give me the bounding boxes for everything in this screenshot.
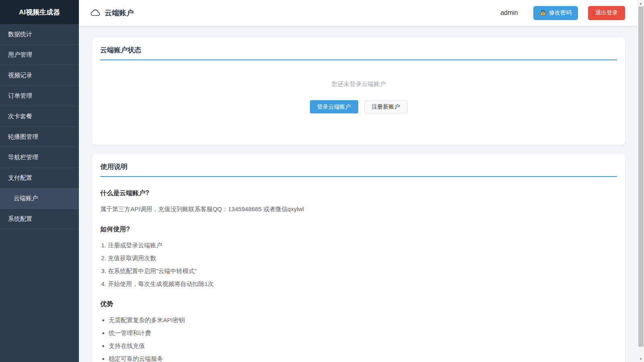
- usage-instructions-card: 使用说明 什么是云端账户? 属于第三方API调用，充值没到账联系客服QQ：134…: [92, 154, 625, 362]
- sidebar: AI视频生成器 数据统计 用户管理 视频记录 订单管理 次卡套餐 轮播图管理 导…: [0, 0, 79, 362]
- page-title: 云端账户: [105, 8, 134, 18]
- scrollbar-thumb[interactable]: [638, 6, 644, 347]
- status-card-title: 云端账户状态: [100, 45, 617, 60]
- page-title-wrap: 云端账户: [90, 8, 134, 18]
- sidebar-item-payment-config[interactable]: 支付配置: [0, 168, 79, 188]
- username-label: admin: [500, 9, 518, 16]
- logout-label: 退出登录: [595, 9, 618, 16]
- sidebar-item-video-records[interactable]: 视频记录: [0, 65, 79, 86]
- step-item: 开始使用，每次生成视频将自动扣除1次: [108, 280, 617, 288]
- advantages-list: 无需配置复杂的多米API密钥 统一管理和计费 支持在线充值 稳定可靠的云端服务: [109, 317, 617, 362]
- sidebar-item-system-config[interactable]: 系统配置: [0, 209, 79, 229]
- how-to-use-steps: 注册或登录云端账户 充值获取调用次数 在系统配置中启用"云端中转模式" 开始使用…: [108, 242, 617, 288]
- sidebar-item-label: 数据统计: [8, 31, 32, 38]
- sidebar-item-label: 视频记录: [8, 72, 32, 79]
- top-header: 云端账户 admin 修改密码 退出登录: [79, 0, 638, 26]
- login-cloud-account-button[interactable]: 登录云端账户: [310, 100, 358, 113]
- advantage-item: 统一管理和计费: [109, 329, 617, 337]
- sidebar-item-data-stats[interactable]: 数据统计: [0, 24, 79, 45]
- not-logged-in-message: 您还未登录云端账户: [100, 80, 617, 88]
- header-actions: admin 修改密码 退出登录: [500, 6, 625, 20]
- scrollbar-down-arrow[interactable]: ▼: [638, 356, 644, 362]
- status-card-body: 您还未登录云端账户 登录云端账户 注册新账户: [100, 60, 617, 137]
- logout-button[interactable]: 退出登录: [588, 6, 625, 20]
- sidebar-item-label: 用户管理: [8, 51, 32, 59]
- sidebar-item-label: 支付配置: [8, 174, 32, 182]
- app-logo: AI视频生成器: [0, 0, 79, 24]
- advantage-item: 无需配置复杂的多米API密钥: [109, 317, 617, 324]
- sidebar-item-cloud-account[interactable]: 云端账户: [0, 188, 79, 209]
- register-account-button[interactable]: 注册新账户: [364, 100, 408, 113]
- usage-card-title: 使用说明: [100, 162, 617, 177]
- step-item: 注册或登录云端账户: [108, 242, 617, 249]
- sidebar-item-label: 订单管理: [8, 92, 32, 100]
- sidebar-item-label: 云端账户: [14, 195, 38, 202]
- sidebar-item-label: 轮播图管理: [8, 133, 38, 141]
- how-to-use-heading: 如何使用?: [100, 225, 617, 234]
- sidebar-item-user-management[interactable]: 用户管理: [0, 45, 79, 65]
- what-is-text: 属于第三方API调用，充值没到账联系客服QQ：1345948685 或者微信qx…: [100, 206, 617, 213]
- sidebar-item-label: 系统配置: [8, 215, 32, 223]
- change-password-button[interactable]: 修改密码: [533, 6, 578, 20]
- what-is-heading: 什么是云端账户?: [100, 189, 617, 197]
- cloud-icon: [90, 8, 101, 18]
- sidebar-item-card-packages[interactable]: 次卡套餐: [0, 106, 79, 127]
- sidebar-item-carousel-management[interactable]: 轮播图管理: [0, 127, 79, 147]
- content-area: 云端账户状态 您还未登录云端账户 登录云端账户 注册新账户 使用说明 什么是云端…: [79, 26, 638, 362]
- cloud-account-status-card: 云端账户状态 您还未登录云端账户 登录云端账户 注册新账户: [92, 37, 625, 145]
- lock-icon: [540, 10, 546, 16]
- sidebar-item-order-management[interactable]: 订单管理: [0, 86, 79, 106]
- sidebar-item-label: 导航栏管理: [8, 154, 38, 161]
- vertical-scrollbar[interactable]: ▲ ▼: [638, 0, 644, 362]
- advantages-heading: 优势: [100, 300, 617, 309]
- step-item: 在系统配置中启用"云端中转模式": [108, 267, 617, 275]
- advantage-item: 稳定可靠的云端服务: [109, 355, 617, 362]
- sidebar-item-navbar-management[interactable]: 导航栏管理: [0, 147, 79, 168]
- scrollbar-up-arrow[interactable]: ▲: [638, 0, 644, 6]
- main-area: 云端账户 admin 修改密码 退出登录: [79, 0, 638, 362]
- step-item: 充值获取调用次数: [108, 255, 617, 262]
- status-buttons-row: 登录云端账户 注册新账户: [100, 100, 617, 113]
- advantage-item: 支持在线充值: [109, 342, 617, 350]
- sidebar-menu: 数据统计 用户管理 视频记录 订单管理 次卡套餐 轮播图管理 导航栏管理 支付配…: [0, 24, 79, 229]
- change-password-label: 修改密码: [549, 9, 572, 16]
- sidebar-item-label: 次卡套餐: [8, 113, 32, 120]
